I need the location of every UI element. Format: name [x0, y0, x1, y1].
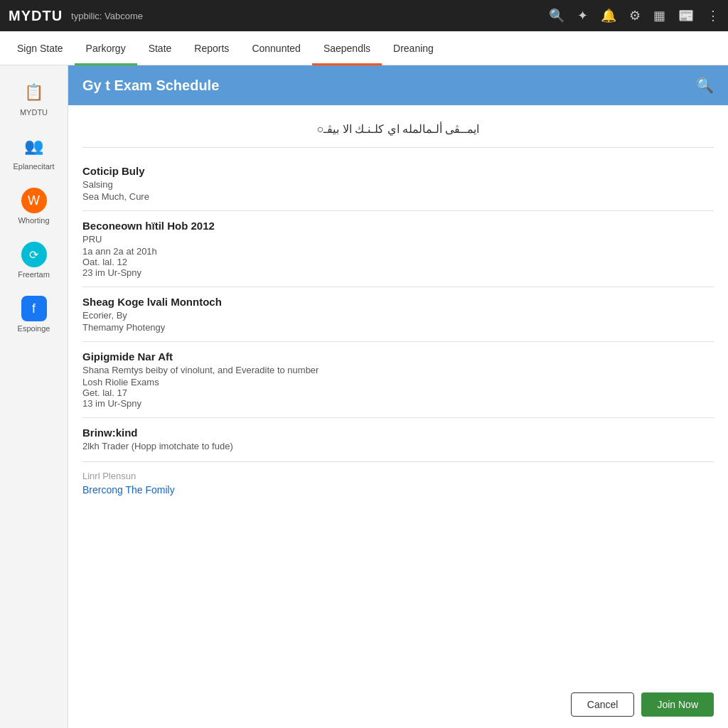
schedule-item-1: Coticip Buly Salsing Sea Much, Cure [82, 156, 714, 211]
item-detail-1b: Sea Much, Cure [82, 191, 714, 202]
sidebar-item-espoinge[interactable]: f Espoinge [0, 289, 68, 340]
nav-saependls[interactable]: Saependls [312, 31, 382, 65]
nav-reports[interactable]: Reports [183, 31, 240, 65]
item-sub-3a: Ecorier, By [82, 310, 714, 321]
page-title: Gy t Exam Schedule [82, 77, 219, 94]
content-header: Gy t Exam Schedule 🔍 [68, 65, 728, 105]
content-area: Gy t Exam Schedule 🔍 ايمــڤى ألـمالمله ا… [68, 65, 728, 728]
bell-icon[interactable]: 🔔 [601, 8, 616, 23]
item-detail-4b: Losh Riolie Exams [82, 377, 714, 387]
sidebar-item-whorting[interactable]: W Whorting [0, 181, 68, 232]
cancel-button[interactable]: Cancel [571, 692, 635, 717]
item-detail-2b: 1a ann 2a at 201h [82, 246, 714, 257]
item-sub-1a: Salsing [82, 179, 714, 190]
footer-link-area: Linrl Plensun Brercong The Fomily [82, 462, 714, 498]
item-detail-2d: 23 im Ur-Spny [82, 267, 714, 278]
item-sub-4a: Shana Remtys beiby of vinolunt, and Ever… [82, 365, 714, 375]
arabic-header: ايمــڤى ألـمالمله اي كلـنـك الا بيڤـ○ [82, 117, 714, 148]
nav-sign-state[interactable]: Sign State [6, 31, 75, 65]
item-sub-2a: PRU [82, 234, 714, 245]
item-title-1: Coticip Buly [82, 165, 714, 177]
topbar-subtitle: typbilic: Vabcome [71, 11, 143, 21]
main-layout: 📋 MYDTU 👥 Eplanecitart W Whorting ⟳ Free… [0, 65, 728, 728]
item-detail-3b: Themamy Photengy [82, 322, 714, 333]
topbar-icons: 🔍 ✦ 🔔 ⚙ ▦ 📰 ⋮ [549, 8, 719, 23]
more-icon[interactable]: ⋮ [707, 8, 719, 23]
refresh-icon: ⟳ [21, 242, 47, 267]
topbar-logo: MYDTU [9, 8, 63, 24]
item-title-2: Beconeown hïtil Hob 2012 [82, 220, 714, 232]
nav-parkorgy[interactable]: Parkorgy [75, 31, 137, 65]
arabic-text: ايمــڤى ألـمالمله اي كلـنـك الا بيڤـ○ [317, 122, 480, 136]
news-icon[interactable]: 📰 [678, 8, 694, 23]
content-body: ايمــڤى ألـمالمله اي كلـنـك الا بيڤـ○ Co… [68, 105, 728, 728]
sidebar-item-mydtu[interactable]: 📋 MYDTU [0, 73, 68, 124]
nav-state[interactable]: State [137, 31, 183, 65]
navbar: Sign State Parkorgy State Reports Connun… [0, 31, 728, 65]
sidebar-label-whorting: Whorting [18, 216, 49, 225]
topbar: MYDTU typbilic: Vabcome 🔍 ✦ 🔔 ⚙ ▦ 📰 ⋮ [0, 0, 728, 31]
gear-icon[interactable]: ⚙ [629, 8, 641, 23]
schedule-item-5: Brinw:kind 2lkh Trader (Hopp imotchate t… [82, 418, 714, 462]
item-detail-4d: 13 im Ur-Spny [82, 398, 714, 409]
sidebar: 📋 MYDTU 👥 Eplanecitart W Whorting ⟳ Free… [0, 65, 68, 728]
item-sub-5a: 2lkh Trader (Hopp imotchate to fude) [82, 441, 714, 451]
sidebar-item-freertam[interactable]: ⟳ Freertam [0, 235, 68, 286]
grid-sidebar-icon: 📋 [21, 80, 47, 105]
schedule-item-2: Beconeown hïtil Hob 2012 PRU 1a ann 2a a… [82, 211, 714, 287]
facebook-icon: f [21, 296, 47, 321]
schedule-item-4: Gipigmide Nar Aft Shana Remtys beiby of … [82, 342, 714, 418]
sidebar-label-freertam: Freertam [18, 270, 50, 279]
grid-icon[interactable]: ▦ [653, 8, 665, 23]
sidebar-item-eplanecitart[interactable]: 👥 Eplanecitart [0, 127, 68, 178]
sidebar-label-espoinge: Espoinge [18, 324, 50, 333]
bottom-buttons: Cancel Join Now [571, 692, 714, 717]
search-icon[interactable]: 🔍 [549, 8, 564, 23]
schedule-item-3: Sheag Koge lvali Monntoch Ecorier, By Th… [82, 287, 714, 342]
star-icon[interactable]: ✦ [577, 8, 588, 23]
w-icon: W [21, 188, 47, 213]
sidebar-label-eplanecitart: Eplanecitart [13, 162, 54, 171]
search-header-icon[interactable]: 🔍 [696, 77, 714, 94]
footer-link[interactable]: Brercong The Fomily [82, 484, 714, 496]
topbar-left: MYDTU typbilic: Vabcome [9, 8, 143, 24]
item-title-5: Brinw:kind [82, 427, 714, 439]
sidebar-label-mydtu: MYDTU [20, 108, 48, 117]
item-detail-4c: Get. lal. 17 [82, 387, 714, 398]
nav-dreaning[interactable]: Dreaning [382, 31, 445, 65]
item-title-4: Gipigmide Nar Aft [82, 350, 714, 363]
item-title-3: Sheag Koge lvali Monntoch [82, 296, 714, 308]
nav-connunted[interactable]: Connunted [240, 31, 312, 65]
footer-label: Linrl Plensun [82, 471, 714, 481]
users-icon: 👥 [21, 134, 47, 159]
item-detail-2c: Oat. lal. 12 [82, 257, 714, 267]
join-button[interactable]: Join Now [641, 692, 714, 717]
